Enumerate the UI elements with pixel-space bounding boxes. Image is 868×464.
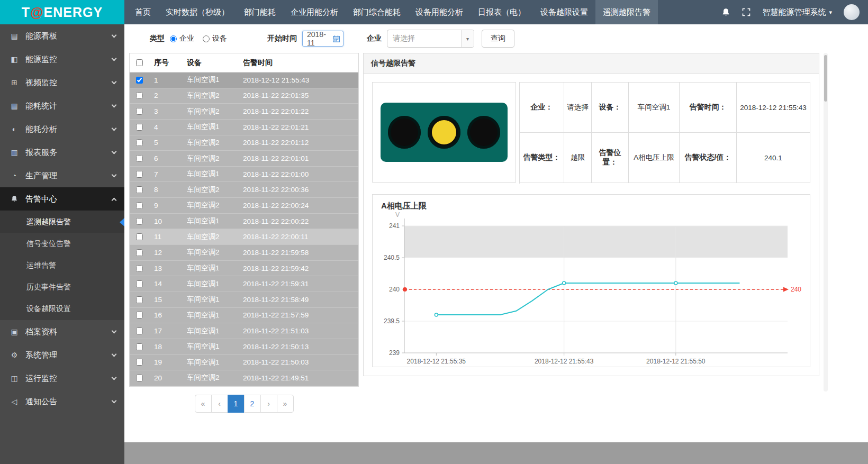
table-row[interactable]: 10车间空调12018-11-22 22:00:22 — [130, 214, 358, 230]
row-checkbox[interactable] — [136, 375, 143, 381]
device-radio[interactable] — [203, 35, 210, 42]
table-row[interactable]: 1车间空调12018-12-12 21:55:43 — [130, 72, 358, 88]
nav-item-4[interactable]: 企业用能分析 — [283, 0, 346, 24]
sidebar-item-5[interactable]: ◐能耗分析 — [0, 117, 124, 141]
row-checkbox[interactable] — [136, 202, 143, 209]
sidebar-item-12[interactable]: ◁通知公告 — [0, 390, 124, 413]
table-row[interactable]: 15车间空调12018-11-22 21:58:49 — [130, 292, 358, 308]
system-menu[interactable]: 智慧能源管理系统 ▾ — [762, 7, 832, 17]
table-row[interactable]: 2车间空调22018-11-22 22:01:35 — [130, 88, 358, 104]
table-row[interactable]: 16车间空调12018-11-22 21:57:59 — [130, 308, 358, 324]
pagination-last[interactable]: » — [277, 395, 294, 413]
pagination-next[interactable]: › — [260, 395, 277, 413]
notification-bell-icon[interactable] — [721, 8, 730, 17]
table-row[interactable]: 19车间空调12018-11-22 21:50:03 — [130, 355, 358, 371]
avatar[interactable] — [844, 4, 860, 20]
sidebar-item-3[interactable]: ⊞视频监控 — [0, 71, 124, 94]
table-row[interactable]: 8车间空调22018-11-22 22:00:36 — [130, 182, 358, 198]
pagination-page-2[interactable]: 2 — [244, 395, 261, 413]
row-checkbox[interactable] — [136, 171, 143, 178]
sidebar-subitem-3[interactable]: 运维告警 — [0, 254, 124, 276]
sidebar-subitem-1[interactable]: 遥测越限告警 — [0, 211, 124, 233]
nav-item-5[interactable]: 部门综合能耗 — [346, 0, 408, 24]
nav-item-6[interactable]: 设备用能分析 — [408, 0, 471, 24]
table-row[interactable]: 18车间空调12018-11-22 21:50:13 — [130, 339, 358, 355]
row-checkbox[interactable] — [136, 280, 143, 287]
row-device: 车间空调1 — [187, 263, 243, 273]
sidebar-subitem-4[interactable]: 历史事件告警 — [0, 276, 124, 298]
type-radio-enterprise[interactable]: 企业 — [170, 34, 194, 43]
nav-item-3[interactable]: 部门能耗 — [237, 0, 283, 24]
sidebar-item-8[interactable]: 告警中心 — [0, 187, 124, 211]
sidebar-item-11[interactable]: ◫运行监控 — [0, 367, 124, 390]
row-checkbox[interactable] — [136, 265, 143, 272]
row-checkbox[interactable] — [136, 108, 143, 115]
threshold-label: 240 — [791, 286, 801, 293]
table-row[interactable]: 13车间空调12018-11-22 21:59:42 — [130, 261, 358, 277]
sidebar-item-10[interactable]: ⚙系统管理 — [0, 343, 124, 367]
enterprise-radio[interactable] — [170, 35, 177, 42]
chevron-down-icon — [112, 172, 117, 178]
table-row[interactable]: 3车间空调22018-11-22 22:01:22 — [130, 104, 358, 120]
row-checkbox[interactable] — [136, 359, 143, 366]
sidebar-item-6[interactable]: ▥报表服务 — [0, 141, 124, 164]
scrollbar[interactable] — [824, 53, 828, 392]
scrollbar-thumb[interactable] — [824, 55, 827, 102]
nav-item-7[interactable]: 日报表（电） — [471, 0, 533, 24]
sidebar-item-9[interactable]: ▣档案资料 — [0, 320, 124, 343]
row-checkbox[interactable] — [136, 155, 143, 162]
row-checkbox[interactable] — [136, 327, 143, 334]
pagination-first[interactable]: « — [195, 395, 212, 413]
table-row[interactable]: 20车间空调22018-11-22 21:49:51 — [130, 370, 358, 386]
sidebar-item-1[interactable]: ▤能源看板 — [0, 24, 124, 48]
row-checkbox[interactable] — [136, 124, 143, 131]
sidebar-item-2[interactable]: ◧能源监控 — [0, 48, 124, 71]
row-device: 车间空调2 — [187, 201, 243, 210]
nav-item-8[interactable]: 设备越限设置 — [533, 0, 595, 24]
calendar-icon[interactable] — [332, 35, 340, 43]
table-row[interactable]: 4车间空调12018-11-22 22:01:21 — [130, 120, 358, 135]
enterprise-select[interactable]: 请选择 ▾ — [387, 30, 474, 48]
sidebar-subitem-label: 遥测越限告警 — [26, 217, 71, 227]
query-button[interactable]: 查询 — [482, 30, 514, 48]
chevron-down-icon — [112, 103, 117, 108]
table-row[interactable]: 7车间空调12018-11-22 22:01:00 — [130, 167, 358, 183]
table-row[interactable]: 11车间空调22018-11-22 22:00:11 — [130, 229, 358, 245]
nav-item-9[interactable]: 遥测越限告警 — [595, 0, 658, 24]
table-row[interactable]: 9车间空调22018-11-22 22:00:24 — [130, 198, 358, 214]
table-row[interactable]: 14车间空调12018-11-22 21:59:31 — [130, 276, 358, 292]
table-row[interactable]: 6车间空调22018-11-22 22:01:01 — [130, 151, 358, 167]
type-radio-device[interactable]: 设备 — [203, 34, 227, 43]
row-time: 2018-11-22 22:01:21 — [243, 123, 358, 131]
nav-item-2[interactable]: 实时数据（秒级） — [158, 0, 237, 24]
sidebar-subitem-5[interactable]: 设备越限设置 — [0, 298, 124, 320]
row-checkbox[interactable] — [136, 186, 143, 193]
chevron-down-icon — [112, 79, 117, 85]
chart-icon: ▦ — [10, 102, 19, 110]
pagination-prev[interactable]: ‹ — [211, 395, 228, 413]
nav-item-1[interactable]: 首页 — [128, 0, 158, 24]
row-checkbox[interactable] — [136, 343, 143, 350]
megaphone-icon: ◁ — [10, 397, 19, 406]
sidebar-subitem-2[interactable]: 信号变位告警 — [0, 233, 124, 254]
table-row[interactable]: 5车间空调22018-11-22 22:01:12 — [130, 135, 358, 151]
row-checkbox[interactable] — [136, 233, 143, 240]
table-row[interactable]: 12车间空调22018-11-22 21:59:58 — [130, 245, 358, 261]
row-checkbox[interactable] — [136, 312, 143, 319]
sidebar-item-4[interactable]: ▦能耗统计 — [0, 94, 124, 117]
row-time: 2018-11-22 22:00:36 — [243, 186, 358, 194]
fullscreen-icon[interactable] — [742, 8, 751, 16]
row-checkbox[interactable] — [136, 296, 143, 303]
sidebar-item-7[interactable]: ◔生产管理 — [0, 164, 124, 187]
row-checkbox[interactable] — [136, 249, 143, 256]
pagination-page-1[interactable]: 1 — [228, 395, 245, 413]
row-checkbox[interactable] — [136, 218, 143, 225]
row-checkbox[interactable] — [136, 92, 143, 99]
sidebar-item-label: 告警中心 — [25, 194, 57, 204]
table-row[interactable]: 17车间空调12018-11-22 21:51:03 — [130, 323, 358, 339]
alarm-table-body: 1车间空调12018-12-12 21:55:432车间空调22018-11-2… — [130, 72, 358, 386]
row-checkbox[interactable] — [136, 139, 143, 146]
row-checkbox[interactable] — [136, 77, 143, 84]
select-all-checkbox[interactable] — [136, 59, 143, 66]
start-time-input[interactable]: 2018-11 — [302, 31, 343, 47]
